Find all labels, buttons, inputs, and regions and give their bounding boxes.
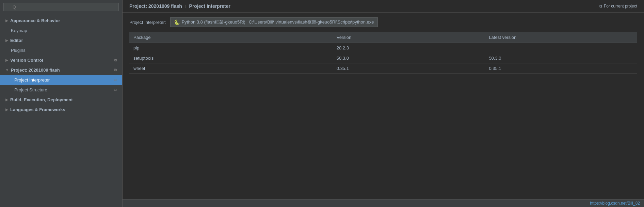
package-version: 50.3.0 bbox=[333, 53, 485, 63]
col-header-latest: Latest version bbox=[485, 32, 637, 43]
copy-icon: ⧉ bbox=[114, 58, 117, 62]
sidebar-item-keymap[interactable]: Keymap bbox=[0, 26, 122, 35]
sidebar-item-label: Project: 20201009 flash bbox=[11, 68, 60, 73]
sidebar-item-label: Appearance & Behavior bbox=[10, 18, 60, 23]
sidebar-item-label: Project Interpreter bbox=[14, 77, 50, 83]
interpreter-name: Python 3.8 (flash框架-gkeuo5Rl) bbox=[182, 19, 245, 25]
arrow-icon: ▶ bbox=[5, 19, 8, 23]
package-version: 20.2.3 bbox=[333, 43, 485, 53]
sidebar-item-version-control[interactable]: ▶ Version Control ⧉ bbox=[0, 55, 122, 65]
breadcrumb-bar: Project: 20201009 flash › Project Interp… bbox=[123, 0, 644, 13]
table-row[interactable]: pip 20.2.3 bbox=[129, 43, 637, 53]
col-header-version: Version bbox=[333, 32, 485, 43]
interpreter-label: Project Interpreter: bbox=[129, 20, 166, 25]
footer: https://blog.csdn.net/Bill_82 bbox=[123, 199, 644, 207]
table-row[interactable]: wheel 0.35.1 0.35.1 bbox=[129, 63, 637, 74]
sidebar-item-editor[interactable]: ▶ Editor bbox=[0, 35, 122, 45]
package-version: 0.35.1 bbox=[333, 63, 485, 74]
sidebar: Q ▶ Appearance & Behavior Keymap ▶ Edito… bbox=[0, 0, 123, 207]
table-header-row: Package Version Latest version bbox=[129, 32, 637, 43]
sidebar-item-project-interpreter[interactable]: Project Interpreter ⧉ bbox=[0, 75, 122, 85]
sidebar-item-build[interactable]: ▶ Build, Execution, Deployment bbox=[0, 95, 122, 105]
sidebar-item-project-structure[interactable]: Project Structure ⧉ bbox=[0, 85, 122, 95]
search-input[interactable] bbox=[3, 3, 119, 11]
for-current-project: ⧉ For current project bbox=[599, 4, 637, 9]
arrow-icon: ▶ bbox=[5, 98, 8, 102]
interpreter-path: C:\Users\Bill\.virtualenvs\flash框架-gkeuo… bbox=[249, 19, 374, 25]
table-row[interactable]: setuptools 50.3.0 50.3.0 bbox=[129, 53, 637, 63]
sidebar-item-languages[interactable]: ▶ Languages & Frameworks bbox=[0, 105, 122, 115]
sidebar-item-project[interactable]: ▼ Project: 20201009 flash ⧉ bbox=[0, 65, 122, 75]
search-bar: Q bbox=[0, 0, 122, 14]
arrow-icon: ▶ bbox=[5, 58, 8, 62]
arrow-icon: ▼ bbox=[5, 68, 9, 72]
copy-icon: ⧉ bbox=[114, 68, 117, 72]
package-latest bbox=[485, 43, 637, 53]
col-header-package: Package bbox=[129, 32, 333, 43]
breadcrumb-separator: › bbox=[185, 3, 187, 9]
nav-items: ▶ Appearance & Behavior Keymap ▶ Editor … bbox=[0, 14, 122, 207]
breadcrumb-current: Project Interpreter bbox=[189, 3, 230, 9]
main-content: Project: 20201009 flash › Project Interp… bbox=[123, 0, 644, 207]
arrow-icon: ▶ bbox=[5, 39, 8, 42]
arrow-icon: ▶ bbox=[5, 108, 8, 112]
sidebar-item-label: Version Control bbox=[10, 58, 43, 63]
for-current-project-label: For current project bbox=[604, 4, 637, 9]
sidebar-item-label: Project Structure bbox=[14, 87, 47, 92]
sidebar-item-label: Editor bbox=[10, 38, 23, 43]
packages-table: Package Version Latest version pip 20.2.… bbox=[129, 32, 637, 199]
package-name: setuptools bbox=[129, 53, 333, 63]
copy-icon: ⧉ bbox=[599, 4, 602, 9]
sidebar-item-label: Plugins bbox=[11, 48, 26, 53]
interpreter-row: Project Interpreter: 🐍 Python 3.8 (flash… bbox=[123, 13, 644, 32]
breadcrumb-parent: Project: 20201009 flash bbox=[129, 3, 182, 9]
package-name: wheel bbox=[129, 63, 333, 74]
interpreter-selector[interactable]: 🐍 Python 3.8 (flash框架-gkeuo5Rl) C:\Users… bbox=[170, 17, 378, 27]
python-icon: 🐍 bbox=[174, 19, 180, 25]
sidebar-item-appearance[interactable]: ▶ Appearance & Behavior bbox=[0, 16, 122, 26]
sidebar-item-label: Languages & Frameworks bbox=[10, 107, 65, 112]
package-name: pip bbox=[129, 43, 333, 53]
sidebar-item-label: Keymap bbox=[11, 28, 27, 33]
package-latest: 50.3.0 bbox=[485, 53, 637, 63]
copy-icon: ⧉ bbox=[114, 78, 117, 82]
sidebar-item-plugins[interactable]: Plugins bbox=[0, 45, 122, 55]
copy-icon: ⧉ bbox=[114, 88, 117, 92]
footer-link[interactable]: https://blog.csdn.net/Bill_82 bbox=[590, 201, 640, 206]
sidebar-item-label: Build, Execution, Deployment bbox=[10, 97, 73, 102]
package-latest: 0.35.1 bbox=[485, 63, 637, 74]
